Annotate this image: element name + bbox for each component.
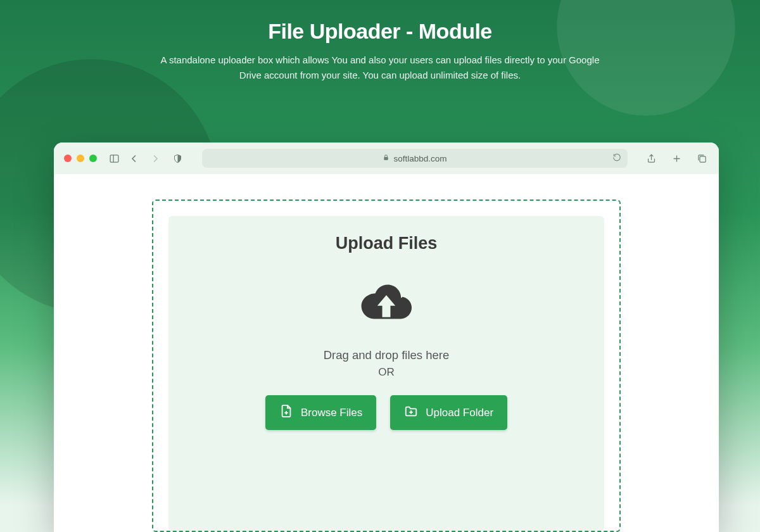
folder-plus-icon (404, 404, 418, 421)
tabs-icon[interactable] (695, 151, 709, 165)
new-tab-icon[interactable] (669, 151, 683, 165)
window-zoom-button[interactable] (89, 155, 97, 162)
browser-toolbar: softlabbd.com (54, 142, 719, 174)
upload-folder-label: Upload Folder (426, 407, 493, 419)
browser-viewport: Upload Files Drag and drop files here OR (54, 174, 719, 532)
reload-icon[interactable] (612, 153, 621, 164)
browser-window: softlabbd.com (54, 142, 719, 532)
browse-files-button[interactable]: Browse Files (265, 395, 376, 430)
traffic-lights (64, 155, 97, 162)
sidebar-toggle-icon[interactable] (107, 151, 121, 165)
upload-heading: Upload Files (184, 234, 589, 253)
dnd-text: Drag and drop files here (184, 348, 589, 362)
forward-button[interactable] (148, 151, 162, 165)
upload-panel: Upload Files Drag and drop files here OR (168, 216, 604, 531)
browse-files-label: Browse Files (301, 407, 362, 419)
back-button[interactable] (127, 151, 141, 165)
lock-icon (383, 153, 390, 163)
cloud-upload-icon (360, 281, 413, 323)
svg-rect-0 (110, 155, 118, 162)
address-bar[interactable]: softlabbd.com (202, 149, 628, 168)
file-plus-icon (279, 404, 293, 421)
upload-folder-button[interactable]: Upload Folder (390, 395, 507, 430)
privacy-shield-icon[interactable] (170, 151, 184, 165)
svg-rect-5 (699, 156, 705, 162)
share-icon[interactable] (644, 151, 658, 165)
page-subtitle: A standalone uploader box which allows Y… (152, 53, 608, 83)
or-text: OR (184, 366, 589, 379)
upload-dropzone[interactable]: Upload Files Drag and drop files here OR (152, 200, 621, 532)
address-text: softlabbd.com (393, 154, 446, 163)
page-title: File Uploader - Module (0, 19, 760, 44)
window-close-button[interactable] (64, 155, 72, 162)
window-minimize-button[interactable] (77, 155, 84, 162)
svg-rect-2 (384, 157, 388, 160)
